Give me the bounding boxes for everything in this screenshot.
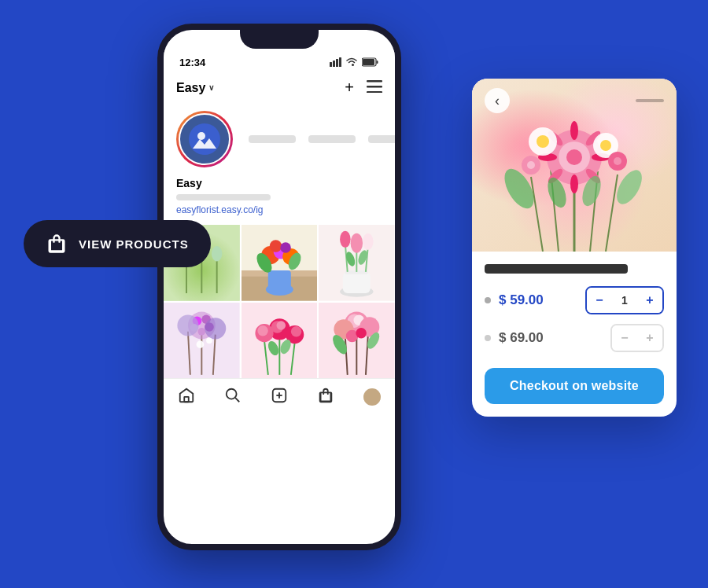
nav-shop-icon[interactable] [317,387,334,407]
svg-point-69 [290,326,301,337]
svg-point-10 [189,123,220,155]
grid-item-6[interactable] [319,303,395,379]
profile-section: Easy easyflorist.easy.co/ig [164,103,395,223]
stat-posts [249,135,296,143]
phone-mockup: 12:34 [157,24,401,550]
status-icons [330,57,379,68]
menu-icon[interactable] [367,79,382,97]
svg-line-95 [606,175,618,252]
svg-point-30 [280,242,291,253]
product-title-bar [485,264,628,274]
svg-point-56 [205,318,226,339]
signal-icon [330,57,341,68]
svg-point-65 [276,321,286,330]
svg-point-100 [570,175,578,193]
product-details: $ 59.00 − 1 + $ 69.00 − + Checkout on we… [472,252,677,417]
svg-rect-0 [330,62,332,67]
ig-header: Easy ∨ + [164,72,395,103]
qty-minus-btn-1[interactable]: − [587,288,612,313]
svg-line-94 [531,177,543,252]
svg-point-55 [177,314,198,336]
ig-username: Easy ∨ [176,81,214,95]
drag-handle [636,99,664,102]
profile-desc [176,194,271,200]
svg-rect-8 [367,86,382,88]
svg-point-86 [227,389,237,399]
view-products-label: VIEW PRODUCTS [79,237,189,251]
svg-rect-2 [336,59,338,67]
svg-rect-9 [367,91,382,93]
product-row-1: $ 59.00 − 1 + [485,286,664,314]
svg-point-114 [614,157,621,165]
ig-actions[interactable]: + [345,79,382,97]
profile-stats [249,135,401,143]
svg-point-116 [612,166,647,208]
qty-plus-btn-1[interactable]: + [637,288,662,313]
svg-point-110 [600,140,611,151]
shopping-bag-icon [46,233,68,255]
product-panel: ‹ $ 59.00 − 1 + $ 69.00 − + [472,79,677,417]
nav-home-icon[interactable] [178,387,195,407]
status-bar: 12:34 [164,49,395,72]
chevron-icon: ∨ [208,83,214,92]
svg-point-53 [197,328,205,336]
profile-avatar [176,111,233,167]
qty-minus-btn-2[interactable]: − [612,325,637,351]
back-button[interactable]: ‹ [485,88,510,113]
svg-point-29 [269,240,281,252]
price-2: $ 69.00 [499,330,544,346]
view-products-button[interactable]: VIEW PRODUCTS [24,220,211,267]
checkout-button[interactable]: Checkout on website [485,368,664,404]
grid-item-5[interactable] [242,303,318,379]
svg-rect-25 [267,270,290,292]
svg-point-42 [363,233,374,250]
product-dot-2 [485,335,491,341]
nav-bar [164,378,395,412]
svg-rect-85 [185,397,190,402]
grid-item-4[interactable] [164,303,240,379]
product-image: ‹ [472,79,677,252]
qty-control-1[interactable]: − 1 + [585,286,664,314]
battery-icon [362,57,379,68]
svg-rect-7 [367,80,382,83]
svg-point-57 [197,340,205,348]
svg-rect-35 [343,272,371,293]
product-row-2: $ 69.00 − + [485,324,664,352]
price-1: $ 59.00 [499,292,544,308]
svg-point-108 [537,135,549,148]
profile-link[interactable]: easyflorist.easy.co/ig [176,204,382,215]
qty-plus-btn-2[interactable]: + [637,325,662,351]
svg-point-99 [570,121,578,140]
grid-item-2[interactable] [242,225,318,301]
svg-point-112 [527,161,535,169]
stat-followers [308,135,356,143]
profile-name: Easy [176,177,382,189]
qty-value-1: 1 [612,294,637,307]
svg-rect-5 [377,61,378,64]
qty-control-2[interactable]: − + [610,324,664,352]
panel-header: ‹ [472,79,677,123]
svg-rect-3 [339,57,341,67]
svg-point-40 [351,233,363,253]
svg-rect-6 [363,59,374,65]
svg-rect-1 [333,61,335,67]
ig-username-text: Easy [176,81,205,95]
svg-point-11 [197,132,205,140]
status-time: 12:34 [179,57,205,68]
stat-following [368,135,401,143]
svg-point-67 [257,325,268,336]
nav-search-icon[interactable] [224,387,242,407]
svg-point-98 [566,149,582,165]
add-icon[interactable]: + [345,79,354,97]
svg-point-58 [206,337,212,344]
nav-profile-avatar[interactable] [363,388,381,406]
wifi-icon [345,57,358,68]
svg-point-82 [356,328,367,339]
nav-add-icon[interactable] [271,387,288,407]
grid-item-3[interactable] [319,225,395,301]
product-dot-1 [485,297,491,303]
back-chevron-icon: ‹ [495,93,500,109]
svg-line-87 [235,399,239,402]
svg-point-41 [340,231,351,248]
phone-notch [240,30,319,49]
